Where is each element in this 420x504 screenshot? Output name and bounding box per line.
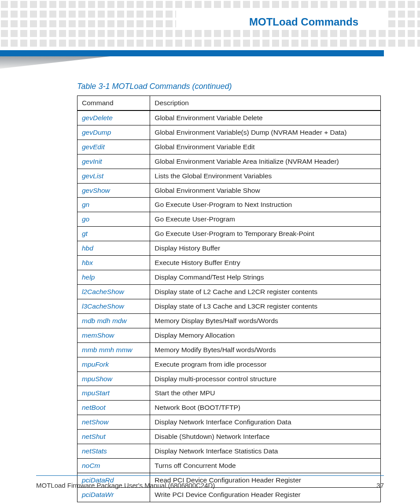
description-cell: Execute History Buffer Entry bbox=[150, 256, 381, 270]
description-cell: Display Memory Allocation bbox=[150, 328, 381, 342]
command-cell: netStats bbox=[77, 444, 150, 459]
command-cell: gevInit bbox=[77, 154, 150, 169]
command-cell: mmb mmh mmw bbox=[77, 342, 150, 357]
footer-rule bbox=[36, 475, 384, 476]
description-cell: Execute program from idle processor bbox=[150, 357, 381, 372]
table-caption: Table 3-1 MOTLoad Commands (continued) bbox=[77, 82, 381, 91]
command-cell: pciDataWr bbox=[77, 487, 150, 502]
table-row: l3CacheShowDisplay state of L3 Cache and… bbox=[77, 299, 381, 313]
commands-table: Command Description gevDeleteGlobal Envi… bbox=[77, 96, 381, 502]
description-cell: Global Environment Variable Show bbox=[150, 183, 381, 198]
command-cell: help bbox=[77, 270, 150, 285]
command-cell: hbx bbox=[77, 256, 150, 270]
description-cell: Display Network Interface Configuration … bbox=[150, 415, 381, 430]
description-cell: Display Command/Test Help Strings bbox=[150, 270, 381, 285]
table-row: netShutDisable (Shutdown) Network Interf… bbox=[77, 430, 381, 444]
description-cell: Display Network Interface Statistics Dat… bbox=[150, 444, 381, 459]
table-row: goGo Execute User-Program bbox=[77, 212, 381, 227]
footer-manual-title: MOTLoad Firmware Package User's Manual (… bbox=[36, 482, 215, 489]
table-row: gnGo Execute User-Program to Next Instru… bbox=[77, 198, 381, 212]
description-cell: Display state of L2 Cache and L2CR regis… bbox=[150, 284, 381, 299]
table-row: noCmTurns off Concurrent Mode bbox=[77, 459, 381, 473]
table-row: mpuShowDisplay multi-processor control s… bbox=[77, 372, 381, 386]
table-header-row: Command Description bbox=[77, 96, 381, 110]
description-cell: Global Environment Variable Edit bbox=[150, 140, 381, 154]
description-cell: Global Environment Variable Area Initial… bbox=[150, 154, 381, 169]
header-blue-bar bbox=[0, 50, 384, 56]
table-row: gevShowGlobal Environment Variable Show bbox=[77, 183, 381, 198]
description-cell: Lists the Global Environment Variables bbox=[150, 169, 381, 183]
command-cell: gevShow bbox=[77, 183, 150, 198]
table-row: hbdDisplay History Buffer bbox=[77, 241, 381, 256]
description-cell: Memory Display Bytes/Half words/Words bbox=[150, 313, 381, 328]
description-cell: Network Boot (BOOT/TFTP) bbox=[150, 401, 381, 415]
description-cell: Display multi-processor control structur… bbox=[150, 372, 381, 386]
description-cell: Display History Buffer bbox=[150, 241, 381, 256]
page-title: MOTLoad Commands bbox=[249, 16, 358, 28]
command-cell: gn bbox=[77, 198, 150, 212]
main-content: Table 3-1 MOTLoad Commands (continued) C… bbox=[77, 82, 381, 502]
table-row: netBootNetwork Boot (BOOT/TFTP) bbox=[77, 401, 381, 415]
command-cell: l3CacheShow bbox=[77, 299, 150, 313]
description-cell: Display state of L3 Cache and L3CR regis… bbox=[150, 299, 381, 313]
footer-page-number: 37 bbox=[376, 482, 384, 489]
command-cell: gevDump bbox=[77, 125, 150, 140]
table-row: helpDisplay Command/Test Help Strings bbox=[77, 270, 381, 285]
command-cell: netShut bbox=[77, 430, 150, 444]
command-cell: gt bbox=[77, 227, 150, 241]
table-row: netShowDisplay Network Interface Configu… bbox=[77, 415, 381, 430]
command-cell: noCm bbox=[77, 459, 150, 473]
table-row: pciDataWrWrite PCI Device Configuration … bbox=[77, 487, 381, 502]
description-cell: Go Execute User-Program to Temporary Bre… bbox=[150, 227, 381, 241]
table-row: mpuForkExecute program from idle process… bbox=[77, 357, 381, 372]
command-cell: mpuStart bbox=[77, 386, 150, 401]
command-cell: hbd bbox=[77, 241, 150, 256]
table-row: memShowDisplay Memory Allocation bbox=[77, 328, 381, 342]
table-row: gevDumpGlobal Environment Variable(s) Du… bbox=[77, 125, 381, 140]
description-cell: Turns off Concurrent Mode bbox=[150, 459, 381, 473]
table-row: hbxExecute History Buffer Entry bbox=[77, 256, 381, 270]
command-cell: memShow bbox=[77, 328, 150, 342]
command-cell: l2CacheShow bbox=[77, 284, 150, 299]
table-row: gtGo Execute User-Program to Temporary B… bbox=[77, 227, 381, 241]
command-cell: gevEdit bbox=[77, 140, 150, 154]
col-header-command: Command bbox=[77, 96, 150, 110]
header-gray-wedge bbox=[0, 56, 110, 69]
col-header-description: Description bbox=[150, 96, 381, 110]
description-cell: Start the other MPU bbox=[150, 386, 381, 401]
description-cell: Disable (Shutdown) Network Interface bbox=[150, 430, 381, 444]
description-cell: Global Environment Variable(s) Dump (NVR… bbox=[150, 125, 381, 140]
command-cell: mpuFork bbox=[77, 357, 150, 372]
table-row: l2CacheShowDisplay state of L2 Cache and… bbox=[77, 284, 381, 299]
command-cell: gevDelete bbox=[77, 110, 150, 125]
command-cell: mdb mdh mdw bbox=[77, 313, 150, 328]
table-row: gevEditGlobal Environment Variable Edit bbox=[77, 140, 381, 154]
command-cell: mpuShow bbox=[77, 372, 150, 386]
command-cell: netShow bbox=[77, 415, 150, 430]
description-cell: Go Execute User-Program to Next Instruct… bbox=[150, 198, 381, 212]
description-cell: Global Environment Variable Delete bbox=[150, 110, 381, 125]
table-row: mpuStartStart the other MPU bbox=[77, 386, 381, 401]
table-row: mdb mdh mdwMemory Display Bytes/Half wor… bbox=[77, 313, 381, 328]
description-cell: Write PCI Device Configuration Header Re… bbox=[150, 487, 381, 502]
svg-marker-3 bbox=[0, 56, 110, 69]
page-footer: MOTLoad Firmware Package User's Manual (… bbox=[36, 482, 384, 489]
table-row: gevDeleteGlobal Environment Variable Del… bbox=[77, 110, 381, 125]
description-cell: Memory Modify Bytes/Half words/Words bbox=[150, 342, 381, 357]
command-cell: gevList bbox=[77, 169, 150, 183]
command-cell: netBoot bbox=[77, 401, 150, 415]
description-cell: Go Execute User-Program bbox=[150, 212, 381, 227]
table-row: mmb mmh mmwMemory Modify Bytes/Half word… bbox=[77, 342, 381, 357]
command-cell: go bbox=[77, 212, 150, 227]
table-row: gevListLists the Global Environment Vari… bbox=[77, 169, 381, 183]
table-row: netStatsDisplay Network Interface Statis… bbox=[77, 444, 381, 459]
table-row: gevInitGlobal Environment Variable Area … bbox=[77, 154, 381, 169]
